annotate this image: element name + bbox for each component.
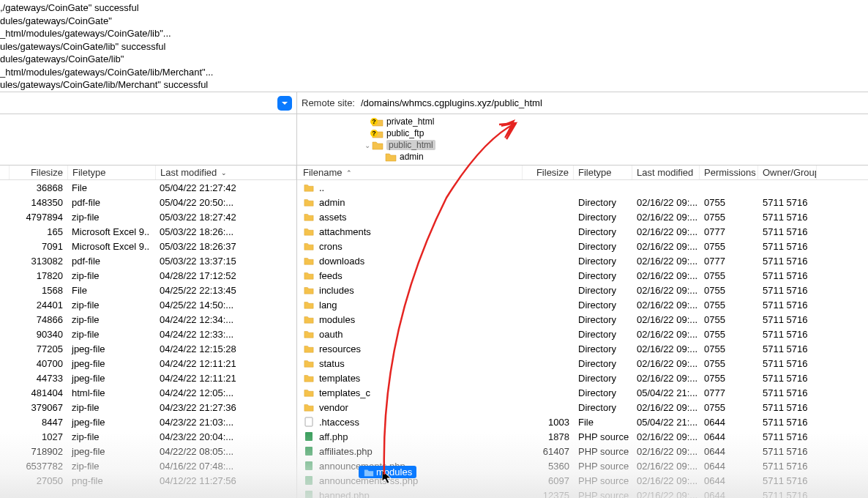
file-row[interactable]: 27050png-file04/12/22 11:27:56 (0, 473, 296, 488)
file-row[interactable]: templates_cDirectory05/04/22 21:...07775… (297, 385, 868, 400)
cell-modified: 04/24/22 12:11:21 (155, 356, 296, 371)
file-row[interactable]: includesDirectory02/16/22 09:...07555711… (297, 283, 868, 297)
cell-size: 74866 (9, 312, 67, 327)
cell-size: 44733 (9, 371, 67, 385)
cell-modified: 04/24/22 12:05:... (155, 385, 296, 400)
file-row[interactable]: 165Microsoft Excel 9..05/03/22 18:26:... (0, 224, 296, 239)
tree-node[interactable]: admin (297, 151, 868, 163)
svg-rect-4 (305, 476, 313, 485)
file-row[interactable]: 481404html-file04/24/22 12:05:... (0, 385, 296, 400)
file-row[interactable]: 1027zip-file04/23/22 20:04:... (0, 429, 296, 444)
cell-size: 27050 (9, 473, 67, 488)
file-row[interactable]: 40700jpeg-file04/24/22 12:11:21 (0, 356, 296, 371)
col-header-filetype[interactable]: Filetype (574, 166, 632, 179)
local-file-list[interactable]: Filesize Filetype Last modified⌄ 36868Fi… (0, 166, 297, 498)
cell-modified: 05/04/22 20:50:... (155, 195, 296, 209)
tree-node[interactable]: ⌄public_html (297, 139, 868, 151)
file-row[interactable]: 7091Microsoft Excel 9..05/03/22 18:26:37 (0, 239, 296, 253)
site-path-bar: Remote site: (0, 92, 868, 114)
file-row[interactable]: 90340zip-file04/24/22 12:33:... (0, 327, 296, 341)
file-row[interactable]: banned.php12375PHP source02/16/22 09:...… (297, 488, 868, 498)
col-header-last-modified[interactable]: Last modified⌄ (156, 166, 296, 179)
file-row[interactable]: adminDirectory02/16/22 09:...07555711 57… (297, 195, 868, 209)
cell-permissions: 0755 (700, 341, 758, 356)
file-row[interactable]: templatesDirectory02/16/22 09:...0755571… (297, 371, 868, 385)
svg-rect-1 (305, 432, 313, 441)
cell-type: Directory (574, 239, 632, 253)
folder-icon (385, 152, 397, 162)
file-row[interactable]: cronsDirectory02/16/22 09:...07555711 57… (297, 239, 868, 253)
tree-label: admin (400, 152, 424, 162)
file-row[interactable]: resourcesDirectory02/16/22 09:...0755571… (297, 341, 868, 356)
cell-name: .. (297, 180, 523, 195)
col-header-filesize[interactable]: Filesize (10, 166, 68, 179)
cell-size: 1568 (9, 283, 67, 297)
cell-owner: 5711 5716 (758, 239, 817, 253)
remote-file-header[interactable]: Filename⌃ Filesize Filetype Last modifie… (297, 166, 868, 180)
file-row[interactable]: .. (297, 180, 868, 195)
col-header-filetype[interactable]: Filetype (68, 166, 156, 179)
col-header-filesize[interactable]: Filesize (523, 166, 574, 179)
file-row[interactable]: 36868File05/04/22 21:27:42 (0, 180, 296, 195)
file-row[interactable]: 1568File04/25/22 22:13:45 (0, 283, 296, 297)
file-row[interactable]: modulesDirectory02/16/22 09:...07555711 … (297, 312, 868, 327)
file-row[interactable]: oauthDirectory02/16/22 09:...07555711 57… (297, 327, 868, 341)
cell-name: attachments (297, 224, 523, 239)
col-header-permissions[interactable]: Permissions (700, 166, 758, 179)
file-row[interactable]: statusDirectory02/16/22 09:...07555711 5… (297, 356, 868, 371)
folder-icon (303, 300, 315, 310)
cell-type: pdf-file (67, 253, 155, 268)
tree-label: private_html (386, 116, 434, 127)
col-header-last-modified[interactable]: Last modified (632, 166, 700, 179)
file-row[interactable]: 718902jpeg-file04/22/22 08:05:... (0, 444, 296, 458)
file-row[interactable]: 313082pdf-file05/03/22 13:37:15 (0, 253, 296, 268)
tree-node[interactable]: ?private_html (297, 116, 868, 127)
file-row[interactable]: vendorDirectory02/16/22 09:...07555711 5… (297, 400, 868, 415)
file-row[interactable]: affiliates.php61407PHP source02/16/22 09… (297, 444, 868, 458)
cell-permissions: 0644 (700, 444, 758, 458)
file-row[interactable]: 8447jpeg-file04/23/22 21:03:... (0, 415, 296, 429)
file-row[interactable]: 379067zip-file04/23/22 21:27:36 (0, 400, 296, 415)
cursor-icon (382, 470, 394, 485)
file-row[interactable]: .htaccess1003File05/04/22 21:...06445711… (297, 415, 868, 429)
local-site-dropdown-button[interactable] (277, 96, 292, 111)
file-row[interactable]: downloadsDirectory02/16/22 09:...0777571… (297, 253, 868, 268)
cell-modified: 04/24/22 12:15:28 (155, 341, 296, 356)
cell-owner: 5711 5716 (758, 312, 817, 327)
cell-size: 379067 (9, 400, 67, 415)
file-row[interactable]: 77205jpeg-file04/24/22 12:15:28 (0, 341, 296, 356)
file-row[interactable]: 17820zip-file04/28/22 17:12:52 (0, 268, 296, 283)
file-row[interactable]: 24401zip-file04/25/22 14:50:... (0, 297, 296, 312)
cell-modified: 04/24/22 12:33:... (155, 327, 296, 341)
tree-node[interactable]: ?public_ftp (297, 127, 868, 139)
cell-type: Directory (574, 385, 632, 400)
col-header-filename[interactable]: Filename⌃ (297, 166, 523, 179)
cell-type: zip-file (67, 458, 155, 473)
remote-tree[interactable]: ?private_html?public_ftp⌄public_htmladmi… (297, 114, 868, 165)
cell-modified: 02/16/22 09:... (632, 224, 700, 239)
file-row[interactable]: 44733jpeg-file04/24/22 12:11:21 (0, 371, 296, 385)
col-header-owner-group[interactable]: Owner/Group (758, 166, 817, 179)
cell-type: File (574, 415, 632, 429)
remote-file-list[interactable]: Filename⌃ Filesize Filetype Last modifie… (297, 166, 868, 498)
chevron-icon[interactable]: ⌄ (363, 141, 372, 149)
file-row[interactable]: aff.php1878PHP source02/16/22 09:...0644… (297, 429, 868, 444)
cell-type: jpeg-file (67, 341, 155, 356)
cell-size: 12375 (523, 488, 574, 498)
file-row[interactable]: 74866zip-file04/24/22 12:34:... (0, 312, 296, 327)
cell-modified: 04/24/22 12:34:... (155, 312, 296, 327)
chevron-down-icon (281, 100, 288, 107)
file-row[interactable]: 148350pdf-file05/04/22 20:50:... (0, 195, 296, 209)
remote-site-path-input[interactable] (361, 97, 864, 108)
file-row[interactable]: 4797894zip-file05/03/22 18:27:42 (0, 209, 296, 224)
cell-owner: 5711 5716 (758, 400, 817, 415)
file-row[interactable]: assetsDirectory02/16/22 09:...07555711 5… (297, 209, 868, 224)
local-file-header[interactable]: Filesize Filetype Last modified⌄ (0, 166, 296, 180)
file-row[interactable]: attachmentsDirectory02/16/22 09:...07775… (297, 224, 868, 239)
file-row[interactable]: langDirectory02/16/22 09:...07555711 571… (297, 297, 868, 312)
local-tree[interactable] (0, 114, 297, 165)
file-row[interactable]: feedsDirectory02/16/22 09:...07555711 57… (297, 268, 868, 283)
file-row[interactable]: 6537782zip-file04/16/22 07:48:... (0, 458, 296, 473)
cell-modified: 02/16/22 09:... (632, 458, 700, 473)
cell-permissions: 0644 (700, 429, 758, 444)
